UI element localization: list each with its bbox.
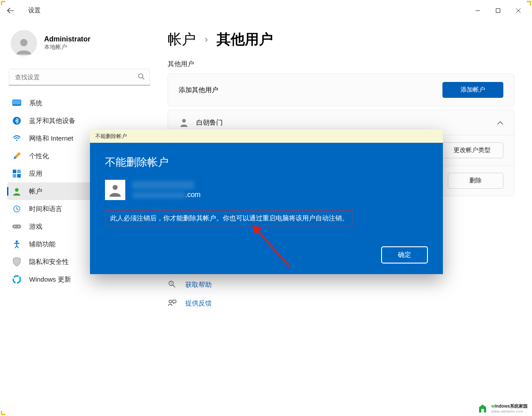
bluetooth-icon xyxy=(12,116,21,125)
user-name: 白朝鲁门 xyxy=(196,119,490,127)
avatar xyxy=(11,30,37,56)
svg-rect-9 xyxy=(13,170,16,173)
watermark-text: windows系统家园 xyxy=(491,403,528,409)
feedback-icon xyxy=(168,299,176,308)
wifi-icon xyxy=(12,134,21,143)
maximize-icon xyxy=(496,8,500,13)
accounts-icon xyxy=(12,187,21,196)
watermark-url: www.nahaidu.com xyxy=(491,409,528,413)
accessibility-icon xyxy=(12,240,21,249)
maximize-button[interactable] xyxy=(488,4,508,18)
svg-rect-6 xyxy=(13,100,21,104)
svg-rect-12 xyxy=(17,174,21,178)
watermark-logo-icon xyxy=(478,404,490,413)
profile-name: Administrator xyxy=(44,35,90,43)
modal-user-block: .com xyxy=(105,180,428,200)
svg-rect-1 xyxy=(496,9,500,13)
profile-block[interactable]: Administrator 本地帐户 xyxy=(7,26,152,60)
nav-label: Windows 更新 xyxy=(29,275,71,284)
brush-icon xyxy=(12,152,21,160)
svg-rect-16 xyxy=(12,224,21,228)
svg-point-2 xyxy=(20,39,28,46)
apps-icon xyxy=(12,169,21,178)
search-icon xyxy=(138,73,145,82)
app-title: 设置 xyxy=(28,7,41,15)
minimize-icon xyxy=(476,8,480,13)
nav-label: 隐私和安全性 xyxy=(29,258,69,266)
delete-account-button[interactable]: 删除 xyxy=(448,173,503,189)
change-account-type-button[interactable]: 更改帐户类型 xyxy=(441,142,503,158)
nav-label: 应用 xyxy=(29,170,42,178)
nav-label: 系统 xyxy=(29,99,42,108)
modal-message: 此人必须注销后，你才能删除其帐户。你也可以通过重启电脑将该用户自动注销。 xyxy=(105,211,354,226)
svg-point-17 xyxy=(14,226,15,227)
svg-point-8 xyxy=(16,140,18,141)
nav-label: 网络和 Internet xyxy=(29,134,73,143)
person-icon xyxy=(179,117,189,128)
nav-label: 个性化 xyxy=(29,152,49,160)
nav-label: 时间和语言 xyxy=(29,205,62,213)
help-icon: ? xyxy=(168,280,176,290)
modal-avatar xyxy=(105,180,125,200)
breadcrumb: 帐户 › 其他用户 xyxy=(168,30,514,49)
svg-rect-28 xyxy=(481,409,484,412)
close-button[interactable] xyxy=(508,4,528,18)
gamepad-icon xyxy=(12,222,21,231)
section-label: 其他用户 xyxy=(168,60,514,68)
svg-point-13 xyxy=(15,188,19,192)
nav-label: 蓝牙和其他设备 xyxy=(29,117,75,125)
nav-label: 辅助功能 xyxy=(29,240,56,249)
nav-label: 游戏 xyxy=(29,223,42,231)
add-account-button[interactable]: 添加帐户 xyxy=(442,82,503,98)
close-icon xyxy=(516,8,521,13)
svg-rect-25 xyxy=(172,300,176,303)
svg-point-21 xyxy=(182,119,186,123)
svg-rect-10 xyxy=(17,170,21,173)
modal-user-email: .com xyxy=(132,191,201,199)
chevron-right-icon: › xyxy=(205,34,208,45)
chevron-up-icon xyxy=(497,119,503,126)
svg-point-3 xyxy=(139,74,143,78)
modal-user-name-blurred xyxy=(132,181,194,189)
person-icon xyxy=(13,34,35,56)
titlebar: 设置 xyxy=(0,0,532,21)
nav-label: 帐户 xyxy=(29,187,42,196)
cannot-delete-modal: 不能删除帐户 不能删除帐户 .com 此人必须注销后，你才能删除其帐户。你也可以… xyxy=(90,130,443,274)
shield-icon xyxy=(12,257,21,266)
feedback-link[interactable]: 提供反馈 xyxy=(185,299,212,308)
svg-point-24 xyxy=(169,300,172,303)
back-button[interactable] xyxy=(4,4,18,18)
svg-point-18 xyxy=(18,226,19,227)
watermark: windows系统家园 www.nahaidu.com xyxy=(478,403,528,413)
profile-type: 本地帐户 xyxy=(44,43,90,51)
system-icon xyxy=(12,99,21,108)
person-icon xyxy=(108,182,123,197)
nav-system[interactable]: 系统 xyxy=(7,94,152,112)
modal-heading: 不能删除帐户 xyxy=(105,155,428,169)
add-user-card: 添加其他用户 添加帐户 xyxy=(168,74,514,106)
breadcrumb-current: 其他用户 xyxy=(217,30,273,49)
add-user-text: 添加其他用户 xyxy=(179,86,218,94)
modal-ok-button[interactable]: 确定 xyxy=(381,246,428,264)
clock-icon xyxy=(12,204,21,213)
modal-titlebar: 不能删除帐户 xyxy=(90,130,443,143)
breadcrumb-parent[interactable]: 帐户 xyxy=(168,30,196,49)
nav-bluetooth[interactable]: 蓝牙和其他设备 xyxy=(7,112,152,130)
svg-point-26 xyxy=(112,185,117,190)
minimize-button[interactable] xyxy=(468,4,488,18)
svg-text:?: ? xyxy=(170,282,172,285)
help-links: ? 获取帮助 提供反馈 xyxy=(168,275,514,312)
svg-rect-11 xyxy=(13,174,16,178)
svg-line-4 xyxy=(142,78,144,79)
svg-point-19 xyxy=(16,241,18,243)
arrow-left-icon xyxy=(7,7,14,14)
update-icon xyxy=(12,275,21,284)
search-box[interactable] xyxy=(9,69,150,85)
search-input[interactable] xyxy=(9,69,150,85)
get-help-link[interactable]: 获取帮助 xyxy=(185,281,212,289)
